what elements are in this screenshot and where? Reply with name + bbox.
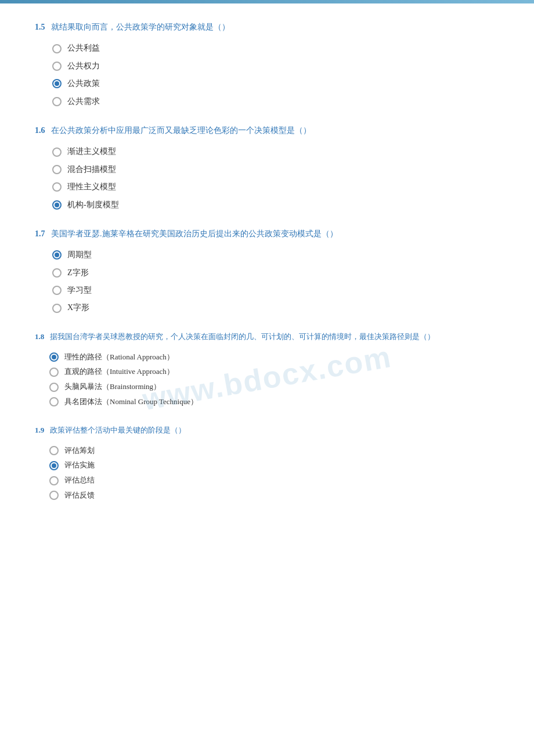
option-text-1-8-b: 直观的路径（Intuitive Approach） (64, 366, 174, 378)
question-block-1-7: 1.7 美国学者亚瑟.施莱辛格在研究美国政治历史后提出来的公共政策变动模式是（）… (35, 228, 499, 315)
question-number-1-5: 1.5 (35, 23, 45, 31)
option-1-6-c[interactable]: 理性主义模型 (52, 181, 499, 193)
radio-1-7-d[interactable] (52, 304, 62, 313)
option-text-1-6-d: 机构-制度模型 (67, 199, 119, 211)
radio-1-6-a[interactable] (52, 147, 62, 157)
option-text-1-5-d: 公共需求 (67, 95, 100, 108)
question-text-1-9: 政策评估整个活动中最关键的阶段是（） (50, 426, 186, 434)
radio-1-8-c[interactable] (49, 383, 59, 392)
option-text-1-9-b: 评估实施 (64, 459, 95, 471)
question-title-1-8: 1.8 据我国台湾学者吴球恩教授的研究，个人决策在面临封闭的几、可计划的、可计算… (35, 331, 499, 343)
option-1-8-c[interactable]: 头脑风暴法（Brainstorming） (49, 381, 499, 393)
option-text-1-8-c: 头脑风暴法（Brainstorming） (64, 381, 161, 393)
option-1-6-b[interactable]: 混合扫描模型 (52, 163, 499, 176)
options-list-1-5: 公共利益 公共权力 公共政策 公共需求 (35, 42, 499, 108)
radio-1-7-b[interactable] (52, 268, 62, 278)
option-1-7-b[interactable]: Z字形 (52, 267, 499, 279)
question-number-1-6: 1.6 (35, 126, 45, 135)
radio-1-5-c[interactable] (52, 79, 62, 88)
option-text-1-7-a: 周期型 (67, 249, 92, 261)
option-1-7-a[interactable]: 周期型 (52, 249, 499, 261)
option-1-6-d[interactable]: 机构-制度模型 (52, 199, 499, 211)
option-text-1-8-a: 理性的路径（Rational Approach） (64, 351, 174, 363)
radio-1-6-c[interactable] (52, 182, 62, 192)
radio-1-6-d[interactable] (52, 200, 62, 210)
options-list-1-9: 评估筹划 评估实施 评估总结 评估反馈 (35, 445, 499, 502)
option-text-1-6-a: 渐进主义模型 (67, 145, 116, 158)
option-1-8-b[interactable]: 直观的路径（Intuitive Approach） (49, 366, 499, 378)
option-text-1-7-c: 学习型 (67, 284, 92, 297)
question-number-1-8: 1.8 (35, 332, 44, 341)
radio-1-9-c[interactable] (49, 476, 59, 485)
question-block-1-8: 1.8 据我国台湾学者吴球恩教授的研究，个人决策在面临封闭的几、可计划的、可计算… (35, 331, 499, 408)
option-1-7-c[interactable]: 学习型 (52, 284, 499, 297)
option-1-9-d[interactable]: 评估反馈 (49, 489, 499, 502)
option-1-8-a[interactable]: 理性的路径（Rational Approach） (49, 351, 499, 363)
question-text-1-8: 据我国台湾学者吴球恩教授的研究，个人决策在面临封闭的几、可计划的、可计算的情境时… (50, 332, 435, 341)
question-text-1-7: 美国学者亚瑟.施莱辛格在研究美国政治历史后提出来的公共政策变动模式是（） (51, 229, 338, 238)
question-title-1-9: 1.9 政策评估整个活动中最关键的阶段是（） (35, 424, 499, 437)
option-text-1-9-c: 评估总结 (64, 474, 95, 487)
option-1-5-c[interactable]: 公共政策 (52, 77, 499, 90)
radio-1-9-a[interactable] (49, 446, 59, 455)
question-block-1-5: 1.5 就结果取向而言，公共政策学的研究对象就是（） 公共利益 公共权力 公共政… (35, 21, 499, 108)
question-title-1-5: 1.5 就结果取向而言，公共政策学的研究对象就是（） (35, 21, 499, 34)
radio-1-7-a[interactable] (52, 250, 62, 260)
radio-1-5-d[interactable] (52, 97, 62, 106)
option-text-1-9-a: 评估筹划 (64, 445, 95, 457)
option-1-5-d[interactable]: 公共需求 (52, 95, 499, 108)
option-1-5-a[interactable]: 公共利益 (52, 42, 499, 55)
radio-1-5-b[interactable] (52, 62, 62, 71)
question-title-1-7: 1.7 美国学者亚瑟.施莱辛格在研究美国政治历史后提出来的公共政策变动模式是（） (35, 228, 499, 240)
question-block-1-9: 1.9 政策评估整个活动中最关键的阶段是（） 评估筹划 评估实施 评估总结 评估… (35, 424, 499, 502)
radio-1-9-b[interactable] (49, 461, 59, 470)
option-text-1-6-b: 混合扫描模型 (67, 163, 116, 176)
radio-1-6-b[interactable] (52, 165, 62, 174)
option-text-1-5-a: 公共利益 (67, 42, 100, 55)
question-number-1-7: 1.7 (35, 229, 45, 238)
options-list-1-8: 理性的路径（Rational Approach） 直观的路径（Intuitive… (35, 351, 499, 408)
option-text-1-8-d: 具名团体法（Nominal Group Technique） (64, 396, 198, 408)
option-text-1-7-d: X字形 (67, 301, 89, 314)
option-1-8-d[interactable]: 具名团体法（Nominal Group Technique） (49, 396, 499, 408)
radio-1-8-d[interactable] (49, 397, 59, 406)
question-text-1-6: 在公共政策分析中应用最广泛而又最缺乏理论色彩的一个决策模型是（） (51, 126, 311, 135)
options-list-1-6: 渐进主义模型 混合扫描模型 理性主义模型 机构-制度模型 (35, 145, 499, 211)
question-title-1-6: 1.6 在公共政策分析中应用最广泛而又最缺乏理论色彩的一个决策模型是（） (35, 124, 499, 137)
option-text-1-5-c: 公共政策 (67, 77, 100, 90)
option-1-6-a[interactable]: 渐进主义模型 (52, 145, 499, 158)
option-1-9-c[interactable]: 评估总结 (49, 474, 499, 487)
option-text-1-5-b: 公共权力 (67, 60, 100, 73)
radio-1-8-a[interactable] (49, 352, 59, 362)
option-text-1-9-d: 评估反馈 (64, 489, 95, 502)
page-content: 1.5 就结果取向而言，公共政策学的研究对象就是（） 公共利益 公共权力 公共政… (0, 3, 534, 553)
option-1-7-d[interactable]: X字形 (52, 301, 499, 314)
question-block-1-6: 1.6 在公共政策分析中应用最广泛而又最缺乏理论色彩的一个决策模型是（） 渐进主… (35, 124, 499, 211)
option-1-5-b[interactable]: 公共权力 (52, 60, 499, 73)
radio-1-7-c[interactable] (52, 286, 62, 295)
option-1-9-a[interactable]: 评估筹划 (49, 445, 499, 457)
option-text-1-7-b: Z字形 (67, 267, 89, 279)
option-text-1-6-c: 理性主义模型 (67, 181, 116, 193)
options-list-1-7: 周期型 Z字形 学习型 X字形 (35, 249, 499, 315)
question-text-1-5: 就结果取向而言，公共政策学的研究对象就是（） (51, 23, 230, 31)
question-number-1-9: 1.9 (35, 426, 44, 434)
radio-1-8-b[interactable] (49, 368, 59, 377)
radio-1-5-a[interactable] (52, 44, 62, 53)
radio-1-9-d[interactable] (49, 491, 59, 500)
option-1-9-b[interactable]: 评估实施 (49, 459, 499, 471)
